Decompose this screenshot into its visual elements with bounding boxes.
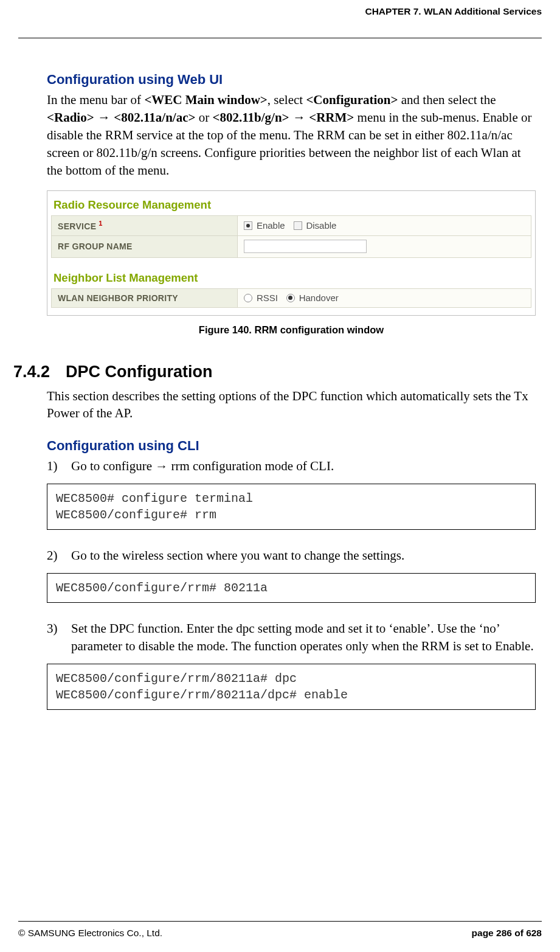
page: CHAPTER 7. WLAN Additional Services Conf… (0, 0, 560, 952)
step-1: 1) Go to configure → rrm configuration m… (47, 457, 536, 475)
section-heading-row: 7.4.2 DPC Configuration (13, 363, 536, 381)
row-neighbor-priority: WLAN NEIGHBOR PRIORITY RSSI Handover (52, 288, 531, 307)
step-text: Go to configure → rrm configuration mode… (71, 457, 334, 475)
step-list: 1) Go to configure → rrm configuration m… (47, 457, 536, 475)
label-neighbor-priority: WLAN NEIGHBOR PRIORITY (52, 288, 238, 307)
step-marker: 3) (47, 620, 61, 655)
radio-handover[interactable] (286, 294, 295, 302)
label-rf-group: RF GROUP NAME (52, 235, 238, 257)
section-intro: This section describes the setting optio… (47, 387, 536, 423)
step-list: 2) Go to the wireless section where you … (47, 547, 536, 565)
radio-label-rssi: RSSI (257, 293, 278, 303)
text-bold: <802.11a/n/ac> (114, 110, 195, 125)
form-table-nlm: WLAN NEIGHBOR PRIORITY RSSI Handover (51, 288, 531, 308)
text-bold: <WEC Main window> (144, 92, 267, 107)
row-service: SERVICE1 Enable Disable (52, 215, 531, 235)
step-3: 3) Set the DPC function. Enter the dpc s… (47, 620, 536, 655)
footer-page-number: page 286 of 628 (472, 928, 542, 939)
radio-label-enable: Enable (257, 220, 285, 231)
figure-caption: Figure 140. RRM configuration window (47, 324, 536, 336)
step-text: Set the DPC function. Enter the dpc sett… (71, 620, 536, 655)
code-block-1: WEC8500# configure terminal WEC8500/conf… (47, 484, 536, 530)
code-block-3: WEC8500/configure/rrm/80211a# dpc WEC850… (47, 664, 536, 710)
radio-enable[interactable] (244, 221, 252, 230)
arrow-icon: → (94, 110, 114, 124)
footer: © SAMSUNG Electronics Co., Ltd. page 286… (18, 921, 542, 939)
step-text: Go to the wireless section where you wan… (71, 547, 404, 565)
text: and then select the (398, 92, 496, 107)
row-rf-group: RF GROUP NAME (52, 235, 531, 257)
footer-copyright: © SAMSUNG Electronics Co., Ltd. (18, 928, 162, 939)
step-marker: 1) (47, 457, 61, 475)
form-table-rrm: SERVICE1 Enable Disable RF GROUP NAME (51, 215, 531, 258)
step-2: 2) Go to the wireless section where you … (47, 547, 536, 565)
label-text: SERVICE (58, 221, 96, 231)
value-service: Enable Disable (238, 215, 531, 235)
panel-title-nlm: Neighbor List Management (47, 269, 535, 288)
radio-disable[interactable] (294, 221, 302, 230)
rf-group-name-input[interactable] (244, 240, 367, 253)
intro-paragraph: In the menu bar of <WEC Main window>, se… (47, 91, 536, 179)
radio-rssi[interactable] (244, 294, 252, 302)
chapter-header: CHAPTER 7. WLAN Additional Services (18, 6, 542, 19)
subsection-heading-cli: Configuration using CLI (47, 438, 536, 454)
value-rf-group (238, 235, 531, 257)
panel-title-rrm: Radio Resource Management (47, 196, 535, 215)
subsection-heading-web-ui: Configuration using Web UI (47, 72, 536, 88)
text-bold: <802.11b/g/n> (213, 110, 289, 125)
radio-label-handover: Handover (299, 293, 339, 303)
figure-rrm-config: Radio Resource Management SERVICE1 Enabl… (47, 190, 536, 316)
label-service: SERVICE1 (52, 215, 238, 235)
section-number: 7.4.2 (13, 363, 50, 381)
text-bold: <RRM> (309, 110, 354, 125)
footer-row: © SAMSUNG Electronics Co., Ltd. page 286… (18, 921, 542, 939)
text-bold: <Configuration> (306, 92, 398, 107)
arrow-icon: → (289, 110, 309, 124)
section-title: DPC Configuration (66, 363, 212, 381)
radio-label-disable: Disable (306, 220, 336, 231)
text: , select (268, 92, 306, 107)
content-area: Configuration using Web UI In the menu b… (18, 38, 542, 710)
step-list: 3) Set the DPC function. Enter the dpc s… (47, 620, 536, 655)
text: In the menu bar of (47, 92, 144, 107)
value-neighbor-priority: RSSI Handover (238, 288, 531, 307)
required-marker: 1 (99, 220, 102, 227)
code-block-2: WEC8500/configure/rrm# 80211a (47, 573, 536, 603)
step-marker: 2) (47, 547, 61, 565)
text-bold: <Radio> (47, 110, 94, 125)
text: or (196, 110, 213, 125)
